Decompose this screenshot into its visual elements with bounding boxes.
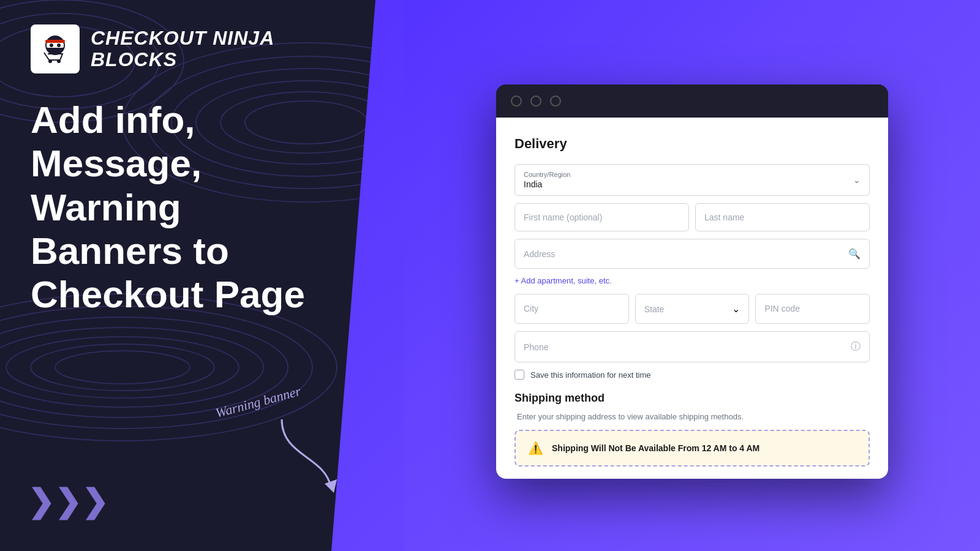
shipping-section: Shipping method Enter your shipping addr… bbox=[514, 392, 870, 467]
state-placeholder: State bbox=[644, 304, 733, 314]
left-content: CHECKOUT NINJA BLOCKS Add info, Message,… bbox=[0, 0, 404, 359]
address-field[interactable]: Address 🔍 bbox=[514, 239, 870, 269]
svg-marker-25 bbox=[325, 479, 337, 493]
svg-point-19 bbox=[50, 43, 53, 47]
brand-logo-icon bbox=[36, 29, 75, 69]
address-field-group: Address 🔍 bbox=[514, 239, 870, 269]
country-chevron-icon: ⌄ bbox=[853, 175, 861, 185]
headline-line4: Banners to bbox=[31, 230, 229, 272]
svg-rect-18 bbox=[47, 43, 64, 48]
save-info-label: Save this information for next time bbox=[530, 370, 651, 380]
country-label: Country/Region bbox=[524, 171, 570, 178]
logo-box bbox=[31, 24, 80, 73]
browser-titlebar bbox=[496, 84, 888, 118]
name-row: First name (optional) Last name bbox=[514, 203, 870, 231]
last-name-placeholder: Last name bbox=[704, 212, 861, 222]
state-chevron-icon: ⌄ bbox=[732, 303, 740, 315]
main-heading: Add info, Message, Warning Banners to Ch… bbox=[31, 98, 374, 316]
right-panel: Delivery Country/Region India ⌄ First na… bbox=[404, 0, 980, 551]
headline-line1: Add info, bbox=[31, 99, 195, 141]
warning-banner: ⚠️ Shipping Will Not Be Available From 1… bbox=[514, 430, 870, 467]
last-name-field[interactable]: Last name bbox=[695, 203, 870, 231]
country-select[interactable]: Country/Region India ⌄ bbox=[514, 164, 870, 196]
brand-name: CHECKOUT NINJA BLOCKS bbox=[91, 28, 274, 70]
city-placeholder: City bbox=[524, 304, 538, 313]
phone-field[interactable]: Phone ⓘ bbox=[514, 331, 870, 362]
first-name-placeholder: First name (optional) bbox=[524, 212, 680, 222]
browser-content: Delivery Country/Region India ⌄ First na… bbox=[496, 118, 888, 479]
curved-arrow-icon bbox=[263, 407, 349, 493]
city-field[interactable]: City bbox=[514, 294, 629, 324]
save-info-checkbox[interactable] bbox=[514, 370, 524, 380]
checkout-form: Delivery Country/Region India ⌄ First na… bbox=[496, 118, 888, 479]
window-dot-1 bbox=[511, 96, 522, 107]
add-apartment-link[interactable]: + Add apartment, suite, etc. bbox=[514, 276, 870, 285]
search-icon: 🔍 bbox=[848, 248, 861, 260]
headline-line5: Checkout Page bbox=[31, 273, 305, 315]
warning-triangle-icon: ⚠️ bbox=[528, 441, 543, 455]
delivery-section-title: Delivery bbox=[514, 136, 870, 152]
svg-point-20 bbox=[57, 43, 61, 47]
first-name-field[interactable]: First name (optional) bbox=[514, 203, 689, 231]
state-select[interactable]: State ⌄ bbox=[635, 294, 750, 324]
brand-name-line2: BLOCKS bbox=[91, 48, 177, 70]
shipping-placeholder-text: Enter your shipping address to view avai… bbox=[514, 412, 870, 421]
pin-field[interactable]: PIN code bbox=[755, 294, 870, 324]
country-field-group: Country/Region India ⌄ bbox=[514, 164, 870, 196]
left-panel: CHECKOUT NINJA BLOCKS Add info, Message,… bbox=[0, 0, 404, 551]
warning-banner-text: Shipping Will Not Be Available From 12 A… bbox=[552, 443, 760, 453]
phone-placeholder: Phone bbox=[524, 342, 851, 352]
address-placeholder: Address bbox=[524, 249, 848, 259]
svg-rect-21 bbox=[45, 40, 65, 43]
browser-window: Delivery Country/Region India ⌄ First na… bbox=[496, 84, 888, 479]
triple-arrows: ❯❯❯ bbox=[28, 485, 108, 517]
phone-field-group: Phone ⓘ bbox=[514, 331, 870, 362]
logo-area: CHECKOUT NINJA BLOCKS bbox=[31, 24, 374, 73]
headline-line2: Message, bbox=[31, 142, 202, 184]
save-info-row: Save this information for next time bbox=[514, 370, 870, 380]
country-value: India bbox=[524, 179, 570, 189]
window-dot-2 bbox=[530, 96, 541, 107]
pin-placeholder: PIN code bbox=[764, 304, 800, 313]
window-dot-3 bbox=[550, 96, 561, 107]
brand-name-line1: CHECKOUT NINJA bbox=[91, 27, 274, 49]
help-icon: ⓘ bbox=[851, 340, 861, 353]
shipping-title: Shipping method bbox=[514, 392, 870, 405]
city-state-pin-row: City State ⌄ PIN code bbox=[514, 294, 870, 324]
headline-line3: Warning bbox=[31, 186, 181, 228]
